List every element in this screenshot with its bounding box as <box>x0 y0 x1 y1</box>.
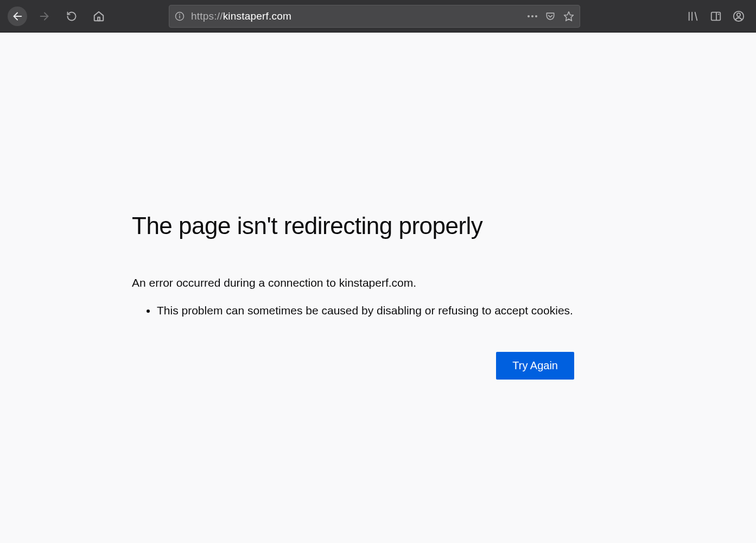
toolbar-right-buttons <box>687 10 748 23</box>
svg-point-5 <box>180 14 180 14</box>
pocket-icon[interactable] <box>545 11 556 22</box>
arrow-left-icon <box>11 10 23 22</box>
url-actions <box>528 11 574 22</box>
library-button[interactable] <box>687 10 700 23</box>
error-detail-item: This problem can sometimes be caused by … <box>157 302 702 319</box>
url-domain: kinstaperf.com <box>223 10 291 22</box>
library-icon <box>687 10 699 22</box>
info-icon[interactable] <box>175 11 185 21</box>
browser-toolbar: https://kinstaperf.com <box>0 0 756 33</box>
url-bar[interactable]: https://kinstaperf.com <box>169 5 580 28</box>
home-button[interactable] <box>89 7 109 26</box>
error-detail-list: This problem can sometimes be caused by … <box>132 302 702 319</box>
error-page-content: The page isn't redirecting properly An e… <box>0 33 756 380</box>
reload-icon <box>66 11 77 22</box>
forward-button[interactable] <box>35 7 54 26</box>
svg-point-14 <box>737 13 740 16</box>
home-icon <box>93 10 105 22</box>
sidebar-button[interactable] <box>709 10 722 23</box>
svg-rect-2 <box>98 17 100 20</box>
error-actions: Try Again <box>132 352 702 380</box>
account-icon <box>733 10 745 22</box>
bookmark-star-icon[interactable] <box>563 11 574 22</box>
back-button[interactable] <box>8 7 27 26</box>
reload-button[interactable] <box>62 7 81 26</box>
url-text: https://kinstaperf.com <box>191 10 521 22</box>
nav-button-group <box>8 7 109 26</box>
try-again-button[interactable]: Try Again <box>496 352 574 380</box>
svg-marker-6 <box>564 11 574 21</box>
sidebar-icon <box>710 10 722 22</box>
url-protocol: https:// <box>191 10 223 22</box>
svg-line-9 <box>695 12 697 20</box>
error-message: An error occurred during a connection to… <box>132 274 702 292</box>
page-actions-button[interactable] <box>528 15 537 17</box>
arrow-right-icon <box>39 10 50 22</box>
account-button[interactable] <box>732 10 745 23</box>
error-title: The page isn't redirecting properly <box>132 212 702 241</box>
